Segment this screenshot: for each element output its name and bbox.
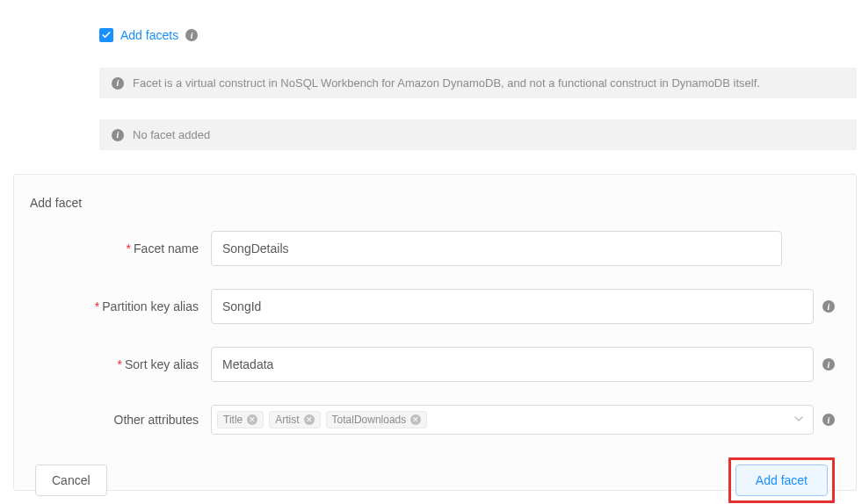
facet-description-notice: i Facet is a virtual construct in NoSQL … <box>99 68 857 98</box>
info-icon: i <box>112 77 124 90</box>
panel-title: Add facet <box>30 196 835 210</box>
close-icon[interactable]: ✕ <box>410 414 421 425</box>
add-facet-panel: Add facet *Facet name *Partition key ali… <box>13 174 857 491</box>
partition-key-alias-input[interactable] <box>211 289 814 324</box>
partition-key-alias-label: *Partition key alias <box>35 299 211 313</box>
facet-name-label: *Facet name <box>35 241 211 256</box>
info-icon: i <box>112 129 124 141</box>
notice-text: Facet is a virtual construct in NoSQL Wo… <box>133 76 760 90</box>
add-facets-label[interactable]: Add facets <box>120 28 178 42</box>
cancel-button[interactable]: Cancel <box>35 464 107 496</box>
notice-text: No facet added <box>133 128 210 141</box>
info-icon[interactable]: i <box>185 29 198 41</box>
other-attributes-select[interactable]: Title✕ Artist✕ TotalDownloads✕ <box>211 405 814 435</box>
info-icon[interactable]: i <box>822 300 835 313</box>
info-icon[interactable]: i <box>822 414 835 426</box>
close-icon[interactable]: ✕ <box>247 414 257 425</box>
chevron-down-icon[interactable] <box>793 413 804 427</box>
add-facet-button[interactable]: Add facet <box>735 464 828 496</box>
info-icon[interactable]: i <box>822 358 835 371</box>
close-icon[interactable]: ✕ <box>304 414 315 425</box>
sort-key-alias-input[interactable] <box>211 347 814 382</box>
no-facet-notice: i No facet added <box>99 119 857 150</box>
tag-artist: Artist✕ <box>269 411 320 428</box>
tag-totaldownloads: TotalDownloads✕ <box>326 411 428 428</box>
other-attributes-label: Other attributes <box>35 413 211 427</box>
sort-key-alias-label: *Sort key alias <box>35 357 211 371</box>
tag-title: Title✕ <box>217 411 264 428</box>
add-facets-checkbox[interactable] <box>99 28 113 42</box>
facet-name-input[interactable] <box>211 231 782 266</box>
add-facet-highlight: Add facet <box>728 457 835 503</box>
